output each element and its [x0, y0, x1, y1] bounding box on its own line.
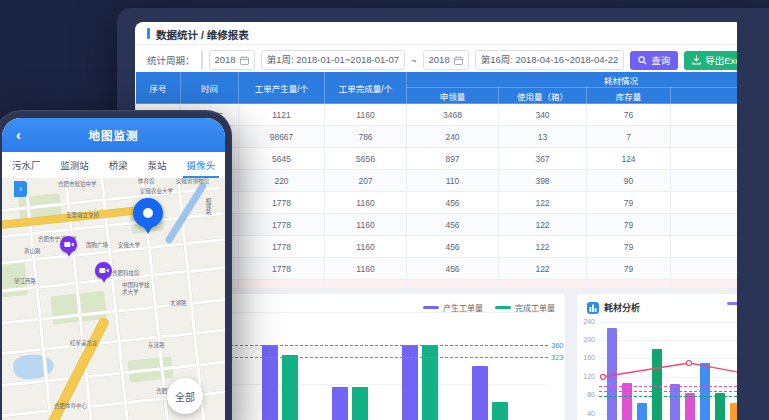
chart2-bar	[670, 384, 680, 420]
filter-bar: 统计周期： 年季月周日 2018 第1周: 2018-01-01~2018-01…	[147, 49, 733, 71]
chart2-bar	[607, 328, 617, 420]
show-all-button[interactable]: 全部	[167, 378, 203, 414]
calendar-icon	[240, 56, 249, 65]
table-cell: 690	[671, 126, 738, 148]
table-cell: 122	[499, 258, 587, 280]
reference-line	[599, 386, 737, 387]
table-cell: 367	[499, 148, 587, 170]
chart1-bar	[472, 366, 488, 420]
map-place-label: 黄山路	[24, 248, 41, 255]
tab-摄像头[interactable]: 摄像头	[185, 152, 218, 178]
table-cell: 67	[671, 236, 738, 258]
table-cell: 13	[499, 126, 587, 148]
table-cell: 897	[407, 148, 499, 170]
export-excel-button[interactable]: 导出Excel	[684, 51, 737, 70]
table-cell: 5656	[325, 148, 407, 170]
map-place-label: 红星美凯龙	[70, 340, 98, 347]
sub-column-header: 库存量	[587, 88, 671, 104]
chart2-bar	[637, 403, 647, 420]
map-place-label: 中国科学技术大学	[122, 282, 152, 295]
gridline	[599, 322, 737, 323]
table-cell: 79	[587, 236, 671, 258]
sub-column-header: 申领量	[407, 88, 499, 104]
table-cell: 110	[407, 170, 499, 192]
table-cell: 1778	[239, 258, 325, 280]
tab-污水厂[interactable]: 污水厂	[10, 152, 43, 178]
table-cell: 1778	[239, 236, 325, 258]
column-header: 工单产生量/个	[239, 72, 325, 104]
y-axis-tick-label: 160	[579, 354, 595, 361]
map-place-label: 安徽农业大学	[140, 188, 173, 195]
search-icon	[638, 56, 647, 65]
table-cell: 340	[499, 104, 587, 126]
breadcrumb: 数据统计 / 维修报表	[156, 27, 249, 42]
table-cell: 5645	[239, 148, 325, 170]
period-segmented-control: 年季月周日	[201, 50, 203, 70]
table-cell: 7	[587, 126, 671, 148]
table-cell: 129	[671, 148, 738, 170]
week-range-from-input[interactable]: 第1周: 2018-01-01~2018-01-07	[261, 50, 405, 70]
table-cell: 122	[499, 236, 587, 258]
chart2-bar	[652, 349, 662, 420]
table-cell: 207	[325, 170, 407, 192]
sub-column-header: 余量	[671, 88, 738, 104]
gridline	[599, 358, 737, 359]
phone-screen: ‹ 地图监测 污水厂监测站桥梁泵站摄像头	[2, 118, 225, 420]
tab-泵站[interactable]: 泵站	[146, 152, 169, 178]
video-camera-icon	[64, 241, 74, 248]
table-cell: 1160	[325, 104, 407, 126]
table-cell: 122	[499, 192, 587, 214]
table-cell: 98667	[239, 126, 325, 148]
chart2-title: 耗材分析	[604, 301, 640, 314]
map-place-label: 合肥体育中心	[54, 403, 87, 410]
phone-mockup: ‹ 地图监测 污水厂监测站桥梁泵站摄像头	[0, 110, 232, 420]
lake	[12, 353, 54, 381]
map-place-label: 国购广场	[86, 242, 108, 249]
y-axis-tick-label: 200	[579, 336, 595, 343]
query-button[interactable]: 查询	[630, 51, 678, 70]
table-cell: 456	[407, 214, 499, 236]
y-axis-tick-label: 240	[579, 318, 595, 325]
tab-桥梁[interactable]: 桥梁	[107, 152, 130, 178]
chart2-title-row: 耗材分析	[587, 301, 640, 314]
table-cell: 67	[671, 258, 738, 280]
bar-chart-icon	[587, 302, 599, 314]
table-cell: 1160	[325, 192, 407, 214]
reference-line-label: 323	[551, 353, 564, 362]
table-cell: 240	[407, 126, 499, 148]
map-view[interactable]: 合肥市琥珀中学体育馆安徽农业大学安徽省博物馆五里墩立交桥桐城路合肥市宁溪小学国购…	[2, 178, 225, 420]
table-cell: 79	[587, 258, 671, 280]
reference-line-label: 360	[551, 341, 564, 350]
table-cell: 456	[407, 236, 499, 258]
chart1-bar	[352, 387, 368, 420]
consumables-analysis-chart: 耗材分析 2402001601208040	[577, 294, 737, 420]
map-place-label: 安徽省博物馆	[176, 178, 209, 185]
map-expand-button[interactable]: ›	[14, 181, 27, 197]
table-cell: 1121	[239, 104, 325, 126]
phone-tab-bar: 污水厂监测站桥梁泵站摄像头	[2, 152, 225, 179]
reference-line	[599, 391, 737, 392]
week-range-to-input[interactable]: 第16周: 2018-04-16~2018-04-22	[475, 50, 625, 70]
column-header: 时间	[181, 72, 239, 104]
table-cell: 1160	[325, 236, 407, 258]
table-cell: 76	[587, 104, 671, 126]
chart1-bar	[332, 387, 348, 420]
camera-pin[interactable]	[60, 236, 77, 253]
table-cell: 79	[587, 192, 671, 214]
map-place-label: 桐城路	[205, 198, 212, 215]
year-from-select[interactable]: 2018	[209, 50, 255, 70]
camera-pin[interactable]	[95, 262, 112, 279]
breadcrumb-row: 数据统计 / 维修报表	[135, 22, 737, 45]
legend-swatch	[727, 302, 737, 305]
chart2-bar	[622, 383, 632, 420]
y-axis-tick-label: 120	[579, 373, 595, 380]
year-to-select[interactable]: 2018	[423, 50, 469, 70]
selected-camera-pin[interactable]	[133, 198, 163, 228]
gridline	[599, 377, 737, 378]
tab-监测站[interactable]: 监测站	[58, 152, 91, 178]
table-cell: 122	[499, 214, 587, 236]
map-place-label: 东流路	[148, 342, 165, 349]
table-cell: 456	[407, 258, 499, 280]
period-option-年[interactable]: 年	[202, 51, 203, 69]
range-separator: ~	[411, 55, 417, 66]
